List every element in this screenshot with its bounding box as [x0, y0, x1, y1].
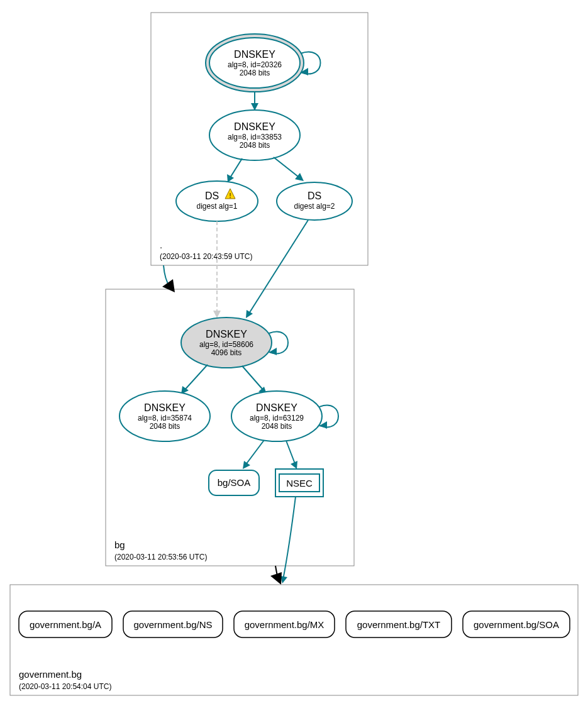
root-ksk-sub2: 2048 bits — [240, 69, 270, 77]
svg-marker-12 — [213, 311, 221, 318]
zone-gov-timestamp: (2020-03-11 20:54:04 UTC) — [19, 682, 111, 691]
svg-marker-21 — [243, 461, 250, 469]
svg-marker-27 — [270, 572, 282, 585]
dnssec-diagram: . (2020-03-11 20:43:59 UTC) DNSKEY alg=8… — [0, 0, 588, 701]
bg-zsk1-title: DNSKEY — [144, 402, 186, 413]
root-zsk-sub1: alg=8, id=33853 — [228, 133, 282, 141]
svg-marker-6 — [295, 173, 304, 181]
root-ksk-node: DNSKEY alg=8, id=20326 2048 bits — [206, 34, 304, 92]
nsec-node: NSEC — [275, 469, 323, 497]
rrset-mx: government.bg/MX — [234, 611, 335, 638]
ds2-sub1: digest alg=2 — [294, 202, 335, 211]
rrset-ns-label: government.bg/NS — [133, 619, 212, 630]
bg-zsk2-sub2: 2048 bits — [262, 422, 292, 431]
bg-zsk2-sub1: alg=8, id=63129 — [250, 414, 304, 422]
bg-ksk-sub1: alg=8, id=58606 — [199, 340, 253, 349]
root-zsk-node: DNSKEY alg=8, id=33853 2048 bits — [209, 110, 300, 160]
bg-ksk-sub2: 4096 bits — [211, 348, 242, 357]
zone-gov-name: government.bg — [19, 669, 82, 680]
rrset-soa-label: government.bg/SOA — [474, 619, 559, 630]
svg-marker-11 — [162, 279, 175, 292]
rrset-a: government.bg/A — [19, 611, 112, 638]
bg-zsk2-node: DNSKEY alg=8, id=63129 2048 bits — [231, 391, 322, 441]
root-zsk-sub2: 2048 bits — [240, 141, 270, 150]
rrset-ns: government.bg/NS — [123, 611, 223, 638]
zone-root-name: . — [160, 240, 162, 250]
svg-marker-13 — [246, 310, 253, 318]
bg-ksk-node: DNSKEY alg=8, id=58606 4096 bits — [181, 317, 272, 368]
bg-soa-label: bg/SOA — [218, 477, 251, 488]
ds2-node: DS digest alg=2 — [277, 182, 352, 220]
ds1-node: DS digest alg=1 ! — [176, 181, 258, 221]
bg-zsk1-sub1: alg=8, id=35874 — [138, 414, 192, 422]
ds1-sub1: digest alg=1 — [196, 202, 237, 211]
svg-marker-5 — [227, 174, 234, 182]
rrset-txt-label: government.bg/TXT — [357, 619, 441, 630]
rrset-mx-label: government.bg/MX — [245, 619, 325, 630]
ds1-title: DS — [205, 190, 219, 201]
svg-point-10 — [277, 182, 352, 220]
bg-soa-node: bg/SOA — [209, 470, 259, 495]
zone-bg-timestamp: (2020-03-11 20:53:56 UTC) — [114, 553, 207, 561]
bg-zsk1-node: DNSKEY alg=8, id=35874 2048 bits — [119, 391, 210, 441]
root-ksk-title: DNSKEY — [234, 49, 275, 60]
nsec-label: NSEC — [286, 478, 313, 488]
rrset-a-label: government.bg/A — [30, 619, 101, 630]
rrset-txt: government.bg/TXT — [346, 611, 452, 638]
zone-bg-name: bg — [114, 539, 125, 550]
svg-text:!: ! — [229, 192, 231, 199]
bg-zsk2-title: DNSKEY — [256, 402, 297, 413]
root-ksk-sub1: alg=8, id=20326 — [228, 60, 282, 69]
zone-gov-box — [10, 585, 578, 695]
root-zsk-title: DNSKEY — [234, 121, 275, 132]
ds2-title: DS — [308, 190, 321, 201]
svg-point-7 — [176, 181, 258, 221]
bg-ksk-title: DNSKEY — [206, 329, 247, 339]
rrset-soa: government.bg/SOA — [463, 611, 570, 638]
zone-root-timestamp: (2020-03-11 20:43:59 UTC) — [160, 252, 252, 261]
svg-marker-26 — [280, 576, 287, 583]
bg-zsk1-sub2: 2048 bits — [150, 422, 180, 431]
